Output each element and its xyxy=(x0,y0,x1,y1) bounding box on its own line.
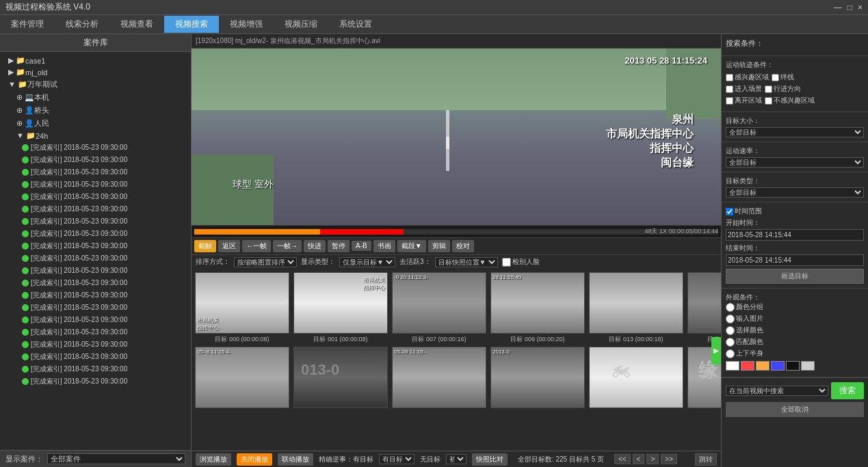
speed-select[interactable]: 全部目标 xyxy=(726,157,864,168)
color-silver[interactable] xyxy=(801,361,815,371)
sort-select[interactable]: 按缩略图置排序 xyxy=(234,257,297,267)
tree-item-mj-old[interactable]: ▶ 📁 mj_old xyxy=(3,66,188,78)
thumb-018[interactable]: 市局机关 目标 018 (00:00:20) xyxy=(687,272,721,344)
fast-forward-btn[interactable]: 快进 xyxy=(304,240,326,252)
tree-entry[interactable]: [完成索引] 2018-05-23 09:30:00 xyxy=(3,215,188,228)
minimize-button[interactable]: — xyxy=(834,3,842,12)
tree-entry[interactable]: [完成索引] 2018-05-23 09:30:00 xyxy=(3,302,188,314)
return-btn[interactable]: 返区 xyxy=(218,240,240,252)
tree-entry[interactable]: [完成索引] 2018-05-23 09:30:00 xyxy=(3,326,188,338)
end-time-input[interactable] xyxy=(726,254,864,266)
radio-select-color[interactable]: 选择颜色 xyxy=(726,325,763,335)
window-controls[interactable]: — □ × xyxy=(834,3,863,12)
menu-video-compress[interactable]: 视频压缩 xyxy=(274,16,328,33)
timeline-bar[interactable] xyxy=(194,229,718,235)
tree-item-renmin[interactable]: ⊕ 👤 人民 xyxy=(3,117,188,130)
show-case-select[interactable]: 全部案件 xyxy=(47,453,185,464)
ab-btn[interactable]: A-B xyxy=(352,241,371,251)
bookmark-btn[interactable]: 书画 xyxy=(373,240,395,252)
thumb-001[interactable]: 市局机关指挥中心 目标 001 (00:00:08) xyxy=(293,272,389,344)
menu-video-search[interactable]: 视频搜索 xyxy=(164,16,219,33)
first-page-btn[interactable]: << xyxy=(614,454,631,464)
tree-entry[interactable]: [完成索引] 2018-05-23 09:30:00 xyxy=(3,265,188,277)
linked-play-btn[interactable]: 联动播放 xyxy=(278,453,313,466)
scroll-right-btn[interactable]: ▶ xyxy=(711,337,721,364)
tree-entry[interactable]: [完成索引] 2018-05-23 09:30:00 xyxy=(3,191,188,203)
capture-frame-btn[interactable]: 截帧 xyxy=(194,240,216,252)
clip-segment-btn[interactable]: 截段▼ xyxy=(397,240,426,252)
smart-select[interactable]: 有目标 无目标 xyxy=(379,454,415,464)
tree-entry[interactable]: [完成索引] 2018-05-23 09:30:00 xyxy=(3,289,188,302)
tree-item-case1[interactable]: ▶ 📁 case1 xyxy=(3,55,188,66)
color-blue[interactable] xyxy=(771,361,785,371)
radio-cover-color[interactable]: 匹配颜色 xyxy=(726,337,763,347)
tree-entry[interactable]: [完成索引] 2018-05-23 09:30:00 xyxy=(3,314,188,326)
fast-compare-btn[interactable]: 快照比对 xyxy=(472,453,508,466)
tree-item-local[interactable]: ⊕ 💻 本机 xyxy=(3,91,188,104)
tree-entry[interactable]: [完成索引] 2018-05-23 09:30:00 xyxy=(3,363,188,375)
tree-entry[interactable]: [完成索引] 2018-05-23 09:30:00 xyxy=(3,203,188,215)
tree-item-wan-nian[interactable]: ▼ 📁 万年期试 xyxy=(3,78,188,91)
filter-select[interactable]: 目标快照位置▼ xyxy=(435,257,498,267)
motion-leave[interactable]: 离开区域 xyxy=(726,96,762,105)
prev-page-btn[interactable]: < xyxy=(633,454,645,464)
prev-frame-btn[interactable]: ←一帧 xyxy=(242,240,271,252)
search-scope-select[interactable]: 在当前视频中搜索 xyxy=(726,386,828,396)
edit-btn[interactable]: 剪辑 xyxy=(428,240,450,252)
goto-btn[interactable]: 跳转 xyxy=(695,453,717,466)
search-btn[interactable]: 搜索 xyxy=(831,382,864,399)
face-detect-checkbox-label[interactable]: 检别人脸 xyxy=(502,257,540,267)
maximize-button[interactable]: □ xyxy=(847,3,852,12)
motion-no-interest[interactable]: 不感兴趣区域 xyxy=(765,96,815,105)
color-white[interactable] xyxy=(726,361,739,371)
close-play-btn[interactable]: 关闭播放 xyxy=(237,453,272,466)
tree-entry[interactable]: [完成索引] 2018-05-23 09:30:00 xyxy=(3,240,188,252)
color-yellow[interactable] xyxy=(756,361,770,371)
menu-video-enhance[interactable]: 视频增强 xyxy=(219,16,274,33)
timeline[interactable]: 48天 1X 00:00:05/00:14:44 xyxy=(192,225,721,237)
next-frame-btn[interactable]: 一帧→ xyxy=(273,240,302,252)
last-page-btn[interactable]: >> xyxy=(661,454,677,464)
tree-entry[interactable]: [完成索引] 2018-05-23 09:30:00 xyxy=(3,154,188,166)
tree-entry[interactable]: [完成索引] 2018-05-23 09:30:00 xyxy=(3,252,188,265)
motion-tripwire[interactable]: 绊线 xyxy=(772,72,794,82)
pause-btn[interactable]: 暂停 xyxy=(328,240,350,252)
size-select[interactable]: 全部目标 xyxy=(726,127,864,137)
type-select[interactable]: 全部目标 xyxy=(726,187,864,198)
motion-direction[interactable]: 行进方向 xyxy=(765,84,801,94)
thumb-009[interactable]: 28 11:15:40 目标 009 (00:00:20) xyxy=(490,272,586,344)
tree-entry[interactable]: [完成索引] 2018-05-23 09:30:00 xyxy=(3,166,188,178)
tree-entry[interactable]: [完成索引] 2018-05-23 09:30:00 xyxy=(3,142,188,154)
thumb-r2-2[interactable]: 05-28 11:15:- xyxy=(391,347,487,410)
next-page-btn[interactable]: > xyxy=(646,454,659,464)
tree-entry[interactable]: [完成索引] 2018-05-23 09:30:00 xyxy=(3,228,188,240)
menu-system-settings[interactable]: 系统设置 xyxy=(328,16,383,33)
thumb-007[interactable]: -0 20 11:12:3- 目标 007 (00:00:16) xyxy=(391,272,487,344)
color-red[interactable] xyxy=(741,361,754,371)
tree-entry[interactable]: [完成索引] 2018-05-23 09:30:00 xyxy=(3,351,188,363)
thumb-r2-0[interactable]: 05- 8 11:15:4- xyxy=(194,347,290,410)
menu-clue-analysis[interactable]: 线索分析 xyxy=(55,16,109,33)
no-target-select[interactable]: 初 xyxy=(446,454,466,464)
cancel-all-btn[interactable]: 全部取消 xyxy=(726,402,864,417)
tree-entry[interactable]: [完成索引] 2018-05-23 09:30:00 xyxy=(3,375,188,388)
motion-enter[interactable]: 进入场景 xyxy=(726,84,762,94)
radio-half-body[interactable]: 上下半身 xyxy=(726,349,763,358)
motion-interest-area[interactable]: 感兴趣区域 xyxy=(726,72,769,82)
draw-target-btn[interactable]: 画选目标 xyxy=(726,269,864,284)
radio-input-image[interactable]: 输入图片 xyxy=(726,314,763,323)
start-time-input[interactable] xyxy=(726,229,864,241)
radio-color-group[interactable]: 颜色分组 xyxy=(726,302,763,312)
menu-case-management[interactable]: 案件管理 xyxy=(0,16,55,33)
close-button[interactable]: × xyxy=(858,3,863,12)
tree-entry[interactable]: [完成索引] 2018-05-23 09:30:00 xyxy=(3,338,188,351)
time-range-checkbox[interactable]: 时间范围 xyxy=(726,206,762,216)
thumb-r2-4[interactable]: 🏍 xyxy=(588,347,684,410)
sidebar-tree[interactable]: ▶ 📁 case1 ▶ 📁 mj_old ▼ 📁 万年期试 ⊕ 💻 本机 ⊕ � xyxy=(0,52,191,450)
thumb-000[interactable]: 市局机关指挥中心 目标 000 (00:00:08) xyxy=(194,272,290,344)
browse-play-btn[interactable]: 浏览播放 xyxy=(196,453,231,466)
tree-entry[interactable]: [完成索引] 2018-05-23 09:30:00 xyxy=(3,178,188,191)
calibrate-btn[interactable]: 校对 xyxy=(452,240,474,252)
tree-item-24h[interactable]: ▼ 📁 24h xyxy=(3,130,188,142)
tree-item-qiao[interactable]: ⊕ 👤 桥头 xyxy=(3,104,188,117)
